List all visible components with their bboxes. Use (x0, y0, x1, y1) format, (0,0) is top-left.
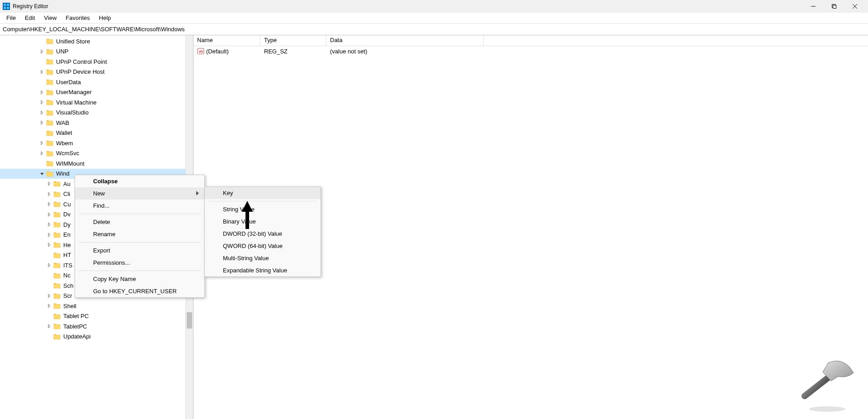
svg-rect-7 (833, 5, 836, 9)
chevron-right-icon[interactable] (46, 201, 52, 207)
cm-item-permissions[interactable]: Permissions... (75, 257, 204, 269)
value-data: (value not set) (326, 48, 868, 55)
tree-item-label: Au (63, 181, 71, 187)
cm-new-multi-string-value[interactable]: Multi-String Value (205, 252, 321, 264)
folder-icon (53, 282, 61, 289)
chevron-right-icon[interactable] (39, 69, 45, 75)
window-controls (803, 0, 865, 13)
menu-favorites[interactable]: Favorites (61, 14, 94, 22)
tree-item-wimmount[interactable]: WIMMount (0, 158, 193, 169)
tree-item-upnp-device-host[interactable]: UPnP Device Host (0, 67, 193, 77)
tree-item-label: WIMMount (56, 160, 85, 167)
string-value-icon: ab (197, 48, 204, 55)
chevron-right-icon[interactable] (39, 119, 45, 126)
tree-item-userdata[interactable]: UserData (0, 77, 193, 87)
maximize-button[interactable] (824, 0, 844, 13)
tree-item-tablet-pc[interactable]: Tablet PC (0, 311, 193, 322)
chevron-right-icon[interactable] (46, 211, 52, 218)
cm-new-qword-64-bit-value[interactable]: QWORD (64-bit) Value (205, 240, 321, 252)
chevron-right-icon[interactable] (39, 110, 45, 116)
chevron-right-icon[interactable] (46, 232, 52, 238)
tree-item-virtual-machine[interactable]: Virtual Machine (0, 97, 193, 108)
value-name: (Default) (206, 48, 229, 55)
cm-item-export[interactable]: Export (75, 244, 204, 257)
menu-file[interactable]: File (2, 14, 20, 22)
hammer-watermark-icon (796, 359, 859, 414)
tree-item-upnp-control-point[interactable]: UPnP Control Point (0, 57, 193, 67)
tree-item-wcmsvc[interactable]: WcmSvc (0, 148, 193, 159)
folder-icon (46, 58, 53, 65)
tree-item-unified-store[interactable]: Unified Store (0, 36, 193, 47)
chevron-right-icon[interactable] (39, 140, 45, 146)
svg-rect-1 (4, 4, 6, 6)
cm-item-new[interactable]: New (75, 187, 204, 200)
chevron-right-icon[interactable] (46, 221, 52, 228)
menu-separator (79, 271, 201, 271)
cm-new-dword-32-bit-value[interactable]: DWORD (32-bit) Value (205, 228, 321, 240)
tree-item-shell[interactable]: Shell (0, 301, 193, 311)
menu-help[interactable]: Help (94, 14, 116, 22)
menu-view[interactable]: View (39, 14, 61, 22)
folder-icon (53, 232, 61, 238)
folder-icon (46, 130, 53, 136)
cm-item-rename[interactable]: Rename (75, 228, 204, 240)
address-bar[interactable]: Computer\HKEY_LOCAL_MACHINE\SOFTWARE\Mic… (0, 24, 868, 35)
col-name[interactable]: Name (193, 35, 260, 46)
folder-icon (53, 211, 61, 218)
svg-text:ab: ab (199, 49, 203, 53)
context-menu-key: CollapseNewFind...DeleteRenameExportPerm… (75, 175, 205, 298)
tree-item-label: UPnP Device Host (56, 68, 104, 75)
tree-item-wab[interactable]: WAB (0, 118, 193, 128)
chevron-right-icon[interactable] (39, 99, 45, 105)
tree-item-updateapi[interactable]: UpdateApi (0, 332, 193, 342)
tree-item-visualstudio[interactable]: VisualStudio (0, 108, 193, 118)
menu-edit[interactable]: Edit (20, 14, 39, 22)
folder-icon (46, 119, 53, 126)
chevron-right-icon[interactable] (46, 323, 52, 329)
tree-item-label: UserManager (56, 89, 92, 95)
tree-item-wbem[interactable]: Wbem (0, 138, 193, 148)
folder-icon (53, 333, 61, 340)
folder-icon (53, 272, 61, 279)
cm-new-string-value[interactable]: String Value (205, 203, 321, 215)
cm-item-collapse[interactable]: Collapse (75, 175, 204, 187)
chevron-right-icon[interactable] (46, 262, 52, 268)
chevron-right-icon[interactable] (39, 48, 45, 55)
folder-icon (46, 89, 53, 95)
cm-item-go-to-hkey-current-user[interactable]: Go to HKEY_CURRENT_USER (75, 285, 204, 297)
chevron-right-icon[interactable] (46, 293, 52, 299)
cm-new-key[interactable]: Key (205, 187, 321, 199)
tree-item-label: Scr (63, 292, 72, 299)
folder-icon (53, 191, 61, 197)
list-row[interactable]: ab (Default) REG_SZ (value not set) (193, 46, 868, 56)
chevron-right-icon (196, 191, 199, 196)
tree-item-usermanager[interactable]: UserManager (0, 87, 193, 98)
menubar: File Edit View Favorites Help (0, 13, 868, 24)
cm-item-find[interactable]: Find... (75, 200, 204, 212)
tree-item-label: Unified Store (56, 38, 90, 45)
tree-item-label: Wind (56, 170, 70, 177)
minimize-button[interactable] (803, 0, 824, 13)
chevron-right-icon[interactable] (39, 89, 45, 95)
menu-separator (79, 242, 201, 243)
scrollbar-thumb[interactable] (187, 312, 192, 329)
tree-item-tabletpc[interactable]: TabletPC (0, 321, 193, 332)
cm-item-delete[interactable]: Delete (75, 216, 204, 228)
cm-new-binary-value[interactable]: Binary Value (205, 215, 321, 228)
chevron-right-icon[interactable] (46, 303, 52, 309)
col-type[interactable]: Type (260, 35, 326, 46)
chevron-right-icon[interactable] (46, 191, 52, 197)
cm-item-copy-key-name[interactable]: Copy Key Name (75, 273, 204, 285)
folder-icon (53, 201, 61, 207)
menu-separator (208, 201, 317, 201)
tree-item-unp[interactable]: UNP (0, 47, 193, 57)
chevron-right-icon[interactable] (46, 242, 52, 248)
tree-item-wallet[interactable]: Wallet (0, 128, 193, 138)
chevron-right-icon[interactable] (46, 181, 52, 187)
col-data[interactable]: Data (326, 35, 484, 46)
cm-new-expandable-string-value[interactable]: Expandable String Value (205, 264, 321, 276)
close-button[interactable] (844, 0, 865, 13)
chevron-down-icon[interactable] (39, 171, 45, 177)
chevron-right-icon[interactable] (39, 150, 45, 157)
folder-icon (53, 313, 61, 319)
